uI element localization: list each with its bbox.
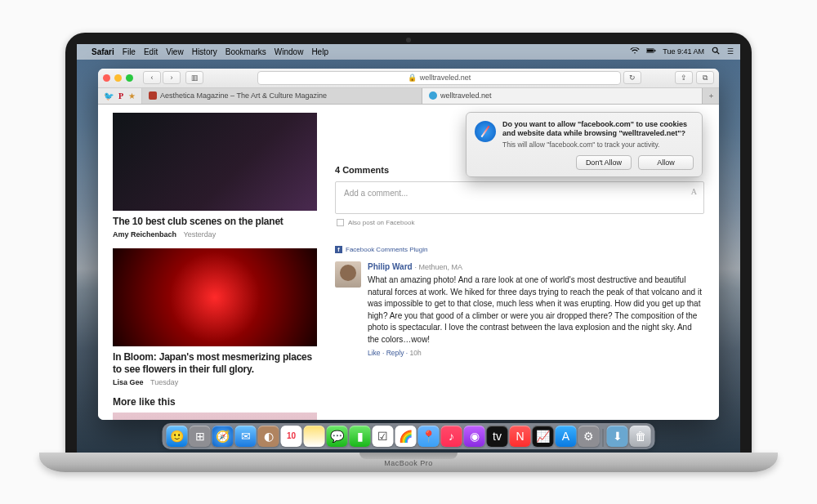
menubar: Safari File Edit View History Bookmarks … bbox=[77, 44, 740, 60]
close-button[interactable] bbox=[103, 74, 110, 82]
safari-tabbar: 🐦 P ★ Aesthetica Magazine – The Art & Cu… bbox=[98, 88, 719, 105]
tab-welltraveled[interactable]: welltraveled.net bbox=[422, 88, 703, 104]
battery-icon[interactable] bbox=[646, 47, 656, 56]
share-button[interactable]: ⇪ bbox=[675, 71, 693, 84]
twitter-icon[interactable]: 🐦 bbox=[104, 91, 114, 100]
fb-plugin-link[interactable]: f Facebook Comments Plugin bbox=[335, 246, 704, 253]
dock-photos-icon[interactable]: 🌈 bbox=[395, 426, 417, 447]
tab-aesthetica[interactable]: Aesthetica Magazine – The Art & Culture … bbox=[142, 88, 422, 104]
menu-view[interactable]: View bbox=[166, 47, 184, 56]
spotlight-icon[interactable] bbox=[711, 47, 721, 56]
dock-contacts-icon[interactable]: ◐ bbox=[258, 426, 279, 447]
article-author: Lisa Gee bbox=[113, 378, 144, 386]
comment: Philip Ward · Methuen, MA What an amazin… bbox=[335, 261, 704, 359]
active-app-name[interactable]: Safari bbox=[92, 47, 114, 56]
privacy-popover: Do you want to allow "facebook.com" to u… bbox=[466, 112, 703, 178]
tab-label: welltraveled.net bbox=[440, 91, 492, 100]
dock-trash-icon[interactable]: 🗑 bbox=[630, 426, 651, 447]
webpage-content: The 10 best club scenes on the planet Am… bbox=[98, 105, 719, 420]
reload-button[interactable]: ↻ bbox=[623, 71, 641, 84]
screen: Safari File Edit View History Bookmarks … bbox=[77, 44, 740, 453]
menu-history[interactable]: History bbox=[192, 47, 217, 56]
dock-reminders-icon[interactable]: ☑︎ bbox=[373, 426, 394, 447]
menubar-clock[interactable]: Tue 9:41 AM bbox=[663, 47, 704, 56]
dock-maps-icon[interactable]: 📍 bbox=[418, 426, 440, 447]
tabs-button[interactable]: ⧉ bbox=[696, 71, 714, 84]
dock-tv-icon[interactable]: tv bbox=[487, 426, 508, 447]
commenter-location: Methuen, MA bbox=[418, 263, 462, 271]
popover-question: Do you want to allow "facebook.com" to u… bbox=[502, 120, 694, 139]
dock-finder-icon[interactable]: 🙂 bbox=[167, 426, 188, 447]
menu-edit[interactable]: Edit bbox=[144, 47, 158, 56]
dock-facetime-icon[interactable]: ▮ bbox=[350, 426, 371, 447]
dock-downloads-icon[interactable]: ⬇︎ bbox=[607, 426, 628, 447]
more-like-this-heading: More like this bbox=[113, 396, 317, 408]
popover-subtext: This will allow "facebook.com" to track … bbox=[502, 140, 694, 149]
dock-calendar-icon[interactable]: 10 bbox=[281, 426, 302, 447]
dock-divider bbox=[603, 429, 604, 447]
dock-launchpad-icon[interactable]: ⊞ bbox=[190, 426, 211, 447]
fullscreen-button[interactable] bbox=[126, 74, 133, 82]
address-text: welltraveled.net bbox=[420, 74, 471, 82]
article-thumbnail[interactable] bbox=[113, 413, 317, 420]
macos-desktop: Safari File Edit View History Bookmarks … bbox=[77, 44, 740, 453]
allow-button[interactable]: Allow bbox=[638, 155, 694, 170]
dock-notes-icon[interactable] bbox=[304, 426, 325, 447]
comment-placeholder: Add a comment... bbox=[344, 189, 408, 198]
back-button[interactable]: ‹ bbox=[143, 71, 161, 84]
wifi-icon[interactable] bbox=[630, 47, 640, 56]
menu-help[interactable]: Help bbox=[311, 47, 328, 56]
window-controls bbox=[103, 74, 133, 82]
comment-time: 10h bbox=[410, 349, 422, 357]
sidebar-button[interactable]: ▥ bbox=[185, 71, 203, 84]
reply-link[interactable]: Reply bbox=[386, 349, 404, 357]
bookmark-icon[interactable]: ★ bbox=[128, 91, 136, 100]
dock-appstore-icon[interactable]: A bbox=[556, 426, 577, 447]
article-date: Tuesday bbox=[150, 378, 178, 386]
article-thumbnail bbox=[113, 113, 317, 211]
lock-icon: 🔒 bbox=[408, 74, 417, 82]
dont-allow-button[interactable]: Don't Allow bbox=[576, 155, 632, 170]
svg-point-3 bbox=[712, 47, 717, 52]
comment-input[interactable]: Add a comment... A bbox=[335, 181, 704, 214]
menu-window[interactable]: Window bbox=[275, 47, 304, 56]
screen-bezel: Safari File Edit View History Bookmarks … bbox=[65, 33, 752, 453]
favorites-bar: 🐦 P ★ bbox=[98, 88, 142, 104]
svg-rect-1 bbox=[647, 50, 654, 52]
also-post-checkbox[interactable] bbox=[337, 219, 344, 226]
favicon-icon bbox=[429, 91, 437, 100]
minimize-button[interactable] bbox=[114, 74, 122, 82]
dock-podcasts-icon[interactable]: ◉ bbox=[464, 426, 485, 447]
forward-button[interactable]: › bbox=[163, 71, 181, 84]
dock: 🙂 ⊞ 🧭 ✉︎ ◐ 10 💬 ▮ ☑︎ 🌈 📍 ♪ ◉ tv N bbox=[163, 423, 655, 449]
dock-messages-icon[interactable]: 💬 bbox=[327, 426, 348, 447]
favicon-icon bbox=[149, 91, 157, 100]
tab-label: Aesthetica Magazine – The Art & Culture … bbox=[160, 91, 327, 100]
article-column: The 10 best club scenes on the planet Am… bbox=[113, 113, 317, 412]
safari-window: ‹ › ▥ 🔒 welltraveled.net ↻ ⇪ ⧉ bbox=[98, 69, 719, 420]
comments-column: Do you want to allow "facebook.com" to u… bbox=[335, 113, 704, 412]
new-tab-button[interactable]: ＋ bbox=[703, 88, 719, 104]
dock-music-icon[interactable]: ♪ bbox=[441, 426, 462, 447]
facebook-icon: f bbox=[335, 246, 342, 253]
article-title: The 10 best club scenes on the planet bbox=[113, 216, 317, 228]
safari-icon bbox=[475, 121, 496, 142]
commenter-name[interactable]: Philip Ward bbox=[368, 262, 413, 271]
like-link[interactable]: Like bbox=[368, 349, 381, 357]
menu-file[interactable]: File bbox=[123, 47, 136, 56]
article-card[interactable]: In Bloom: Japan's most mesmerizing place… bbox=[113, 248, 317, 386]
dock-stocks-icon[interactable]: 📈 bbox=[533, 426, 554, 447]
article-card[interactable]: The 10 best club scenes on the planet Am… bbox=[113, 113, 317, 239]
dock-news-icon[interactable]: N bbox=[510, 426, 531, 447]
address-bar[interactable]: 🔒 welltraveled.net ↻ bbox=[257, 71, 621, 85]
dock-safari-icon[interactable]: 🧭 bbox=[212, 426, 234, 447]
dock-mail-icon[interactable]: ✉︎ bbox=[235, 426, 257, 447]
menu-bookmarks[interactable]: Bookmarks bbox=[225, 47, 266, 56]
format-icon: A bbox=[691, 187, 697, 196]
also-post-row[interactable]: Also post on Facebook bbox=[335, 214, 704, 231]
svg-line-4 bbox=[717, 52, 720, 54]
dock-settings-icon[interactable]: ⚙︎ bbox=[578, 426, 600, 447]
avatar[interactable] bbox=[335, 261, 361, 288]
pinterest-icon[interactable]: P bbox=[118, 91, 123, 100]
control-center-icon[interactable]: ☰ bbox=[727, 47, 734, 56]
